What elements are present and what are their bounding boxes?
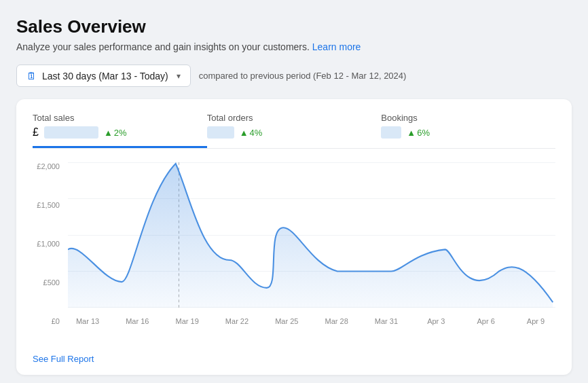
total-sales-prefix: £ — [33, 126, 39, 139]
y-label-500: £500 — [33, 278, 65, 287]
bookings-value-row: ▲ 6% — [381, 126, 555, 139]
total-sales-pct: 2% — [114, 128, 127, 138]
see-full-report-link[interactable]: See Full Report — [33, 354, 94, 364]
metrics-row: Total sales £ ▲ 2% Total orders ▲ 4% — [33, 113, 555, 148]
subtitle-text: Analyze your sales performance and gain … — [16, 41, 310, 52]
total-orders-label: Total orders — [207, 113, 382, 123]
total-orders-pct: 4% — [250, 128, 263, 138]
bookings-bar — [381, 126, 401, 139]
total-orders-change: ▲ 4% — [240, 128, 263, 138]
compare-period-text: compared to previous period (Feb 12 - Ma… — [199, 71, 407, 81]
x-label-mar13: Mar 13 — [71, 317, 105, 325]
metrics-divider — [33, 148, 555, 149]
learn-more-link[interactable]: Learn more — [312, 41, 361, 52]
y-label-2000: £2,000 — [33, 162, 65, 170]
arrow-up-icon: ▲ — [104, 128, 113, 138]
total-sales-bar — [44, 126, 98, 139]
x-label-mar31: Mar 31 — [369, 317, 403, 325]
total-sales-change: ▲ 2% — [104, 128, 127, 138]
calendar-icon: 🗓 — [26, 70, 37, 81]
x-label-apr3: Apr 3 — [419, 317, 453, 325]
sales-overview-card: Total sales £ ▲ 2% Total orders ▲ 4% — [16, 99, 572, 375]
x-label-mar25: Mar 25 — [270, 317, 304, 325]
date-range-dropdown[interactable]: 🗓 Last 30 days (Mar 13 - Today) ▾ — [16, 65, 191, 87]
page-subtitle: Analyze your sales performance and gain … — [16, 41, 572, 52]
metric-total-orders: Total orders ▲ 4% — [207, 113, 382, 148]
bookings-pct: 6% — [417, 128, 430, 138]
total-sales-label: Total sales — [33, 113, 207, 123]
y-label-1000: £1,000 — [33, 240, 65, 248]
arrow-up-icon-2: ▲ — [240, 128, 249, 138]
y-axis-labels: £2,000 £1,500 £1,000 £500 £0 — [33, 162, 65, 325]
chevron-down-icon: ▾ — [177, 71, 181, 81]
x-label-apr9: Apr 9 — [519, 317, 553, 325]
bookings-change: ▲ 6% — [407, 128, 430, 138]
total-orders-value-row: ▲ 4% — [207, 126, 382, 139]
bookings-label: Bookings — [381, 113, 555, 123]
x-axis-labels: Mar 13 Mar 16 Mar 19 Mar 22 Mar 25 Mar 2… — [68, 317, 555, 325]
total-orders-bar — [207, 126, 234, 139]
date-filter-row: 🗓 Last 30 days (Mar 13 - Today) ▾ compar… — [16, 65, 572, 87]
total-sales-value-row: £ ▲ 2% — [33, 126, 207, 139]
chart-inner: Mar 13 Mar 16 Mar 19 Mar 22 Mar 25 Mar 2… — [68, 162, 555, 325]
arrow-up-icon-3: ▲ — [407, 128, 416, 138]
chart-area: £2,000 £1,500 £1,000 £500 £0 — [33, 156, 555, 346]
y-label-0: £0 — [33, 317, 65, 325]
x-label-mar22: Mar 22 — [220, 317, 254, 325]
metric-total-sales: Total sales £ ▲ 2% — [33, 113, 207, 148]
x-label-mar28: Mar 28 — [320, 317, 354, 325]
y-label-1500: £1,500 — [33, 201, 65, 209]
x-label-mar19: Mar 19 — [170, 317, 204, 325]
page-title: Sales Overview — [16, 16, 572, 37]
x-label-apr6: Apr 6 — [469, 317, 503, 325]
date-range-label: Last 30 days (Mar 13 - Today) — [42, 71, 168, 81]
x-label-mar16: Mar 16 — [120, 317, 154, 325]
metric-bookings: Bookings ▲ 6% — [381, 113, 555, 148]
sales-chart-svg — [68, 162, 555, 308]
